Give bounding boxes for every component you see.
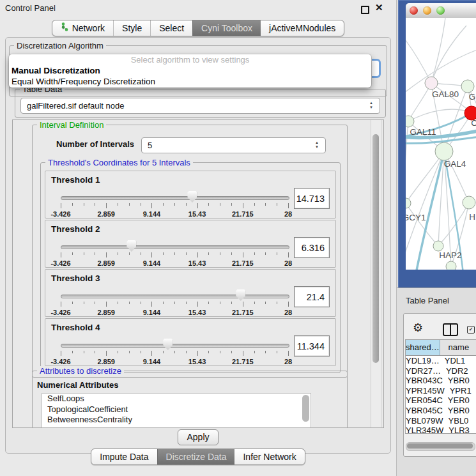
tick-label: 28 <box>284 259 292 267</box>
table-data-group: Table Data galFiltered.sif default node … <box>15 89 386 118</box>
zoom-window-icon[interactable] <box>436 6 445 15</box>
tick-label: 28 <box>284 358 292 365</box>
network-nodes[interactable]: GAL80GCGAL11GAL4GCY1HHAP2 <box>406 77 476 270</box>
table-row[interactable]: YPR145WYPR1 <box>406 386 476 396</box>
network-node[interactable] <box>406 116 414 127</box>
split-columns-icon[interactable] <box>443 323 458 336</box>
slider-track[interactable] <box>61 295 289 298</box>
threshold-slider[interactable]: -3.4262.8599.14415.4321.71528 <box>61 338 288 364</box>
thresholds-group: Threshold's Coordinates for 5 Intervals … <box>40 162 341 373</box>
tab-network[interactable]: Network <box>52 20 113 36</box>
slider-track[interactable] <box>61 344 289 348</box>
tab-style[interactable]: Style <box>113 20 150 36</box>
tab-jactivemnodules[interactable]: jActiveMNodules <box>261 20 344 36</box>
slider-track[interactable] <box>61 245 289 249</box>
dropdown-placeholder-item[interactable]: Select algorithm to view settings <box>9 54 371 65</box>
network-node[interactable] <box>463 196 475 209</box>
network-node[interactable] <box>435 142 453 160</box>
network-node[interactable] <box>461 80 474 93</box>
minimize-window-icon[interactable] <box>423 6 431 15</box>
network-node[interactable] <box>446 261 456 270</box>
threshold-value-field[interactable]: 21.4 <box>294 286 330 307</box>
column-header-shared-name[interactable]: shared… <box>406 340 440 355</box>
tab-impute-data[interactable]: Impute Data <box>91 449 157 464</box>
table-row[interactable]: YBL079WYBL0 <box>406 416 476 426</box>
tick-label: -3.426 <box>50 210 70 218</box>
threshold-slider[interactable]: -3.4262.8599.14415.4321.71528 <box>61 240 288 265</box>
tab-cyni-toolbox[interactable]: Cyni Toolbox <box>192 20 261 36</box>
tick-label: 2.859 <box>97 358 115 365</box>
close-window-icon[interactable] <box>410 6 418 15</box>
scrollbar-thumb[interactable] <box>407 443 473 449</box>
table-row[interactable]: YDR27…YDR2 <box>406 366 476 376</box>
tab-select[interactable]: Select <box>150 20 192 36</box>
table-row[interactable]: YBR045CYBR0 <box>406 406 476 416</box>
threshold-label: Threshold 2 <box>51 224 100 234</box>
slider-ticks <box>61 302 288 307</box>
threshold-value-field[interactable]: 6.316 <box>294 237 330 258</box>
node-label: G <box>469 92 476 102</box>
tab-label: Select <box>159 20 184 36</box>
network-window-titlebar <box>406 3 476 19</box>
apply-button[interactable]: Apply <box>178 429 219 445</box>
network-node[interactable] <box>406 198 411 208</box>
scrollbar-thumb[interactable] <box>372 134 379 363</box>
attribute-list-item[interactable]: BetweennessCentrality <box>42 415 311 426</box>
control-panel: Control Panel ✕ NetworkStyleSelectCyni T… <box>0 0 396 476</box>
cell-name: YER0 <box>443 395 476 406</box>
slider-tick-labels: -3.4262.8599.14415.4321.71528 <box>61 358 288 365</box>
slider-thumb[interactable] <box>187 191 197 203</box>
gear-icon[interactable]: ⚙ <box>413 321 423 335</box>
slider-thumb[interactable] <box>127 240 136 252</box>
tick-label: 15.43 <box>188 358 206 365</box>
slider-ticks <box>61 252 288 258</box>
stepper-arrows-icon: ▲▼ <box>314 141 319 150</box>
list-scrollbar[interactable] <box>302 395 309 422</box>
network-node[interactable] <box>425 77 438 89</box>
close-panel-icon[interactable]: ✕ <box>375 2 383 13</box>
tab-infer-network[interactable]: Infer Network <box>234 449 304 464</box>
vertical-scrollbar[interactable] <box>371 120 381 427</box>
table-row[interactable]: YDL19…YDL1 <box>406 356 476 366</box>
control-panel-titlebar: Control Panel ✕ <box>0 0 396 17</box>
table-row[interactable]: YLR345WYLR3 <box>406 426 476 434</box>
attribute-list-item[interactable]: TopologicalCoefficient <box>42 404 311 415</box>
threshold-slider[interactable]: -3.4262.8599.14415.4321.71528 <box>61 190 288 216</box>
algorithm-option[interactable]: Manual Discretization <box>9 65 371 76</box>
algorithm-option[interactable]: Equal Width/Frequency Discretization <box>9 76 371 87</box>
algorithm-dropdown-popup: Select algorithm to view settings Manual… <box>9 54 371 88</box>
numerical-attributes-list[interactable]: SelfLoopsTopologicalCoefficientBetweenne… <box>42 393 311 428</box>
tab-discretize-data[interactable]: Discretize Data <box>157 449 235 464</box>
threshold-label: Threshold 1 <box>51 175 100 185</box>
table-body: YDL19…YDL1YDR27…YDR2YBR043CYBR0YPR145WYP… <box>406 356 476 434</box>
number-of-intervals-combobox[interactable]: 5 ▲▼ <box>141 137 326 153</box>
network-node[interactable] <box>433 241 443 251</box>
tick-label: 2.859 <box>97 210 115 218</box>
column-header-name[interactable]: name <box>440 340 476 355</box>
threshold-label: Threshold 4 <box>51 323 100 332</box>
combobox-value: 5 <box>148 138 152 153</box>
table-row[interactable]: YER054CYER0 <box>406 395 476 406</box>
network-canvas[interactable]: GAL80GCGAL11GAL4GCY1HHAP2 <box>406 18 476 270</box>
horizontal-scrollbar[interactable] <box>406 442 475 451</box>
attribute-list-item[interactable]: SelfLoops <box>42 394 311 404</box>
slider-thumb[interactable] <box>163 339 173 350</box>
column-visibility-icons[interactable]: ✓ ✓ <box>467 326 476 334</box>
float-panel-icon[interactable] <box>361 6 369 14</box>
tab-label: Network <box>72 20 105 36</box>
slider-thumb[interactable] <box>236 289 245 301</box>
slider-track[interactable] <box>61 196 289 200</box>
threshold-slider[interactable]: -3.4262.8599.14415.4321.71528 <box>61 289 288 314</box>
tick-label: 9.144 <box>143 210 161 218</box>
tick-label: 21.715 <box>232 309 254 316</box>
tick-label: 21.715 <box>232 259 254 267</box>
cell-shared-name: YBL079W <box>406 416 444 426</box>
threshold-value-field[interactable]: 11.344 <box>294 335 330 357</box>
cell-shared-name: YDR27… <box>406 366 441 376</box>
table-row[interactable]: YBR043CYBR0 <box>406 376 476 386</box>
tick-label: 9.144 <box>143 259 161 267</box>
threshold-value-field[interactable]: 14.713 <box>294 188 330 209</box>
tick-label: 9.144 <box>143 309 161 316</box>
table-data-combobox[interactable]: galFiltered.sif default node ▲▼ <box>20 98 380 114</box>
cell-shared-name: YER054C <box>406 395 443 406</box>
